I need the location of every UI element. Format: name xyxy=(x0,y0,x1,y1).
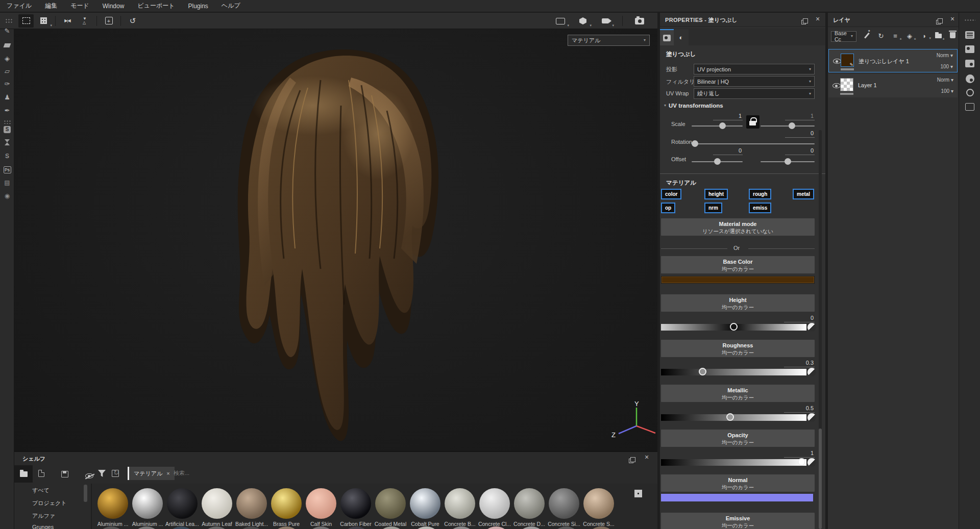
roughness-color-indicator[interactable] xyxy=(807,368,816,376)
height-slider[interactable] xyxy=(661,324,806,331)
blend-mode-select[interactable]: Norm ▾ xyxy=(937,53,953,58)
photoshop-export-button[interactable]: Ps xyxy=(0,165,14,173)
sidebar-item-alpha[interactable]: アルファ xyxy=(32,512,55,520)
scale-x-value[interactable]: 1 xyxy=(713,113,743,120)
material-item[interactable]: Aluminium ... xyxy=(96,488,130,527)
offset-y-value[interactable]: 0 xyxy=(785,147,815,155)
tab-fill-properties[interactable] xyxy=(660,29,674,45)
tile-tool-button[interactable]: ▾ xyxy=(36,14,51,28)
channel-op-button[interactable]: op xyxy=(661,203,675,213)
sidebar-item-grunges[interactable]: Grunges xyxy=(32,524,54,529)
add-frame-button[interactable]: + xyxy=(101,14,116,28)
opacity-button[interactable]: Opacity 均一のカラー xyxy=(661,430,815,447)
layer-name[interactable]: Layer 1 xyxy=(858,82,877,88)
add-layer-button[interactable]: ≡+ xyxy=(889,32,901,40)
roughness-value[interactable]: 0.3 xyxy=(784,360,815,367)
menu-edit[interactable]: 編集 xyxy=(38,0,64,12)
flip-button[interactable]: ▼△ xyxy=(77,14,92,28)
channel-color-button[interactable]: color xyxy=(661,189,681,199)
layer-name[interactable]: 塗りつぶしレイヤ 1 xyxy=(859,58,909,65)
roughness-button[interactable]: Roughness 均一のカラー xyxy=(661,340,815,357)
opacity-color-indicator[interactable] xyxy=(807,458,816,467)
dock-properties-button[interactable] xyxy=(959,45,980,53)
add-effect-button[interactable]: ↻ xyxy=(875,32,887,40)
material-item[interactable]: Concrete B... xyxy=(443,488,477,527)
slider-knob[interactable] xyxy=(714,158,721,165)
resources-button[interactable]: ▤ xyxy=(0,179,14,186)
properties-close-button[interactable]: × xyxy=(816,15,820,23)
opacity-value[interactable]: 1 xyxy=(784,450,815,458)
scale-lock-button[interactable] xyxy=(746,115,760,129)
rotation-value[interactable]: 0 xyxy=(785,130,815,138)
slider-knob[interactable] xyxy=(730,323,738,331)
layer-visibility-toggle[interactable] xyxy=(832,83,841,88)
channel-rough-button[interactable]: rough xyxy=(749,189,771,199)
slider-knob[interactable] xyxy=(719,122,726,129)
metallic-button[interactable]: Metallic 均一のカラー xyxy=(661,385,815,402)
axis-gizmo[interactable]: Y X Z xyxy=(611,401,657,448)
material-mode-button[interactable]: Material mode リソースが選択されていない xyxy=(661,218,815,236)
height-button[interactable]: Height 均一のカラー xyxy=(661,294,815,312)
material-item[interactable]: Artificial Lea... xyxy=(165,488,199,527)
sidebar-item-project[interactable]: プロジェクト xyxy=(32,499,67,507)
add-fill-layer-button[interactable]: ◈+ xyxy=(903,32,916,40)
offset-y-slider[interactable] xyxy=(761,161,815,162)
metallic-color-indicator[interactable] xyxy=(807,413,816,422)
blend-mode-select[interactable]: Norm ▾ xyxy=(937,77,953,83)
symmetry-button[interactable]: ▶|◀ xyxy=(60,14,75,28)
shelf-close-button[interactable]: × xyxy=(645,453,649,461)
filter-funnel-icon[interactable] xyxy=(98,470,106,477)
layer-thumbnail[interactable]: ✎ xyxy=(841,54,854,67)
dock-layers-button[interactable] xyxy=(959,31,980,39)
normal-color-swatch[interactable] xyxy=(661,494,813,501)
slider-knob[interactable] xyxy=(798,458,805,466)
chip-remove-icon[interactable]: × xyxy=(166,470,169,476)
projection-select[interactable]: UV projection▾ xyxy=(694,64,815,74)
viewport-3d[interactable]: マテリアル ▾ Y X Z xyxy=(14,29,657,451)
uv-wrap-select[interactable]: 繰り返し▾ xyxy=(694,88,815,99)
slider-knob[interactable] xyxy=(692,140,698,147)
slider-knob[interactable] xyxy=(789,122,795,129)
slider-knob[interactable] xyxy=(699,368,706,375)
sidebar-scrollbar[interactable] xyxy=(84,485,87,502)
material-item[interactable]: Concrete Cl... xyxy=(478,488,511,527)
paint-tool[interactable]: ✎ xyxy=(0,27,14,35)
slider-knob[interactable] xyxy=(785,158,791,165)
projection-tool[interactable]: ◈ xyxy=(0,55,14,62)
scale-y-slider[interactable] xyxy=(761,125,815,127)
layer-visibility-toggle[interactable] xyxy=(833,59,841,64)
base-color-swatch[interactable] xyxy=(661,276,815,284)
sidebar-item-all[interactable]: すべて xyxy=(32,487,50,494)
toolbar-drag-handle[interactable] xyxy=(5,18,13,23)
rotation-slider[interactable] xyxy=(692,143,815,144)
emissive-button[interactable]: Emissive 均一のカラー xyxy=(661,513,815,529)
metallic-value[interactable]: 0.5 xyxy=(784,405,815,413)
offset-x-slider[interactable] xyxy=(692,161,743,162)
material-item[interactable]: Autumn Leaf xyxy=(200,488,234,527)
shelf-hide-button[interactable] xyxy=(85,473,93,478)
add-smart-material-button[interactable]: ◑▾ xyxy=(918,32,930,40)
layer-opacity-select[interactable]: 100 ▾ xyxy=(941,88,954,94)
menu-viewport[interactable]: ビューポート xyxy=(131,0,181,12)
material-item[interactable]: Concrete D... xyxy=(512,488,546,527)
material-item[interactable]: Calf Skin xyxy=(304,488,338,527)
layer-thumbnail[interactable] xyxy=(840,78,853,91)
layers-restore-button[interactable] xyxy=(936,20,941,24)
dock-shader-settings-button[interactable] xyxy=(959,74,980,83)
scale-y-value[interactable]: 1 xyxy=(785,113,815,120)
sphere-view-button[interactable]: ◉ xyxy=(0,192,14,199)
layer-opacity-select[interactable]: 100 ▾ xyxy=(941,64,953,69)
add-folder-button[interactable]: + xyxy=(932,32,944,40)
material-item[interactable]: Coated Metal xyxy=(374,488,407,527)
snapshot-button[interactable] xyxy=(632,14,647,28)
slider-knob[interactable] xyxy=(726,413,734,421)
smart-select-button[interactable] xyxy=(861,32,873,40)
shelf-folder-button[interactable] xyxy=(14,465,33,483)
blend-channel-select[interactable]: Base Cc▾ xyxy=(831,31,856,42)
reset-view-button[interactable]: ↺ xyxy=(125,14,140,28)
properties-scrollbar[interactable] xyxy=(819,130,822,529)
menu-window[interactable]: Window xyxy=(96,0,131,12)
height-value[interactable]: 0 xyxy=(784,315,815,322)
uv-transform-header[interactable]: ▾ UV transformations xyxy=(664,103,723,109)
tab-material-preview[interactable]: ◐ xyxy=(674,29,689,45)
